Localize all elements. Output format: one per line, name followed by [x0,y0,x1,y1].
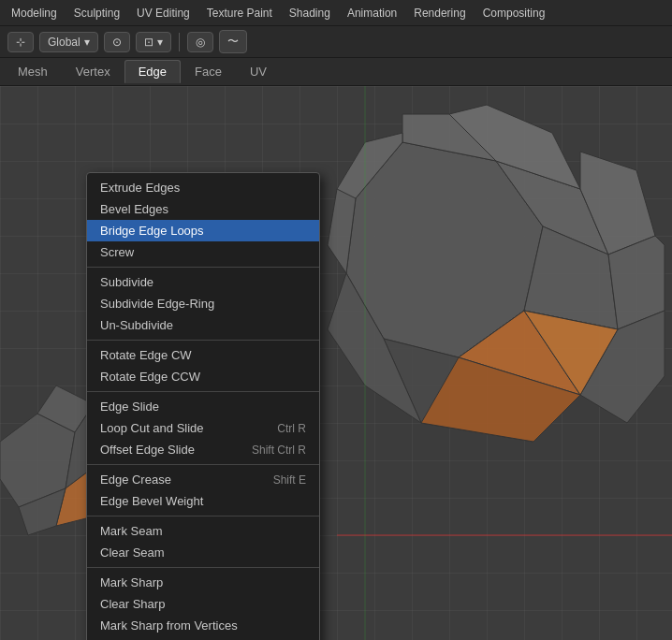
menu-separator-11 [87,464,319,465]
menu-separator-8 [87,391,319,392]
global-label: Global [48,36,80,49]
menu-item-11[interactable]: Offset Edge SlideShift Ctrl R [87,439,319,460]
menu-item-label-11: Offset Edge Slide [100,443,195,457]
proportional-btn[interactable]: ◎ [187,32,213,52]
wave-icon: 〜 [227,34,239,50]
menu-item-17[interactable]: Clear Sharp [87,593,319,615]
topbar-item-shading[interactable]: Shading [282,5,338,22]
topbar-item-uv-editing[interactable]: UV Editing [129,5,197,22]
topbar-item-rendering[interactable]: Rendering [406,5,473,22]
menu-item-12[interactable]: Edge CreaseShift E [87,469,319,490]
menu-item-label-8: Rotate Edge CCW [100,370,200,384]
proportional-type-btn[interactable]: 〜 [219,30,247,53]
transform-icon: ⊹ [16,36,25,49]
menu-item-14[interactable]: Mark Seam [87,520,319,542]
menu-item-13[interactable]: Edge Bevel Weight [87,490,319,512]
proportional-icon: ◎ [196,36,205,49]
menu-separator-13 [87,516,319,516]
menu-separator-15 [87,567,319,568]
menu-item-label-0: Extrude Edges [100,181,180,195]
menu-item-4[interactable]: Subdivide [87,271,319,293]
menu-item-label-3: Screw [100,245,134,259]
topbar-item-compositing[interactable]: Compositing [475,5,553,22]
viewport[interactable]: Extrude EdgesBevel EdgesBridge Edge Loop… [0,86,672,640]
tab-vertex[interactable]: Vertex [62,60,124,83]
pivot-btn[interactable]: ⊙ [104,32,130,52]
menu-separator-6 [87,340,319,341]
menu-item-label-10: Loop Cut and Slide [100,421,204,435]
topbar-item-texture-paint[interactable]: Texture Paint [199,5,280,22]
topbar-item-sculpting[interactable]: Sculpting [66,5,127,22]
menu-item-15[interactable]: Clear Seam [87,542,319,563]
tab-mesh[interactable]: Mesh [4,60,62,83]
menu-item-label-17: Clear Sharp [100,597,165,611]
topbar-item-modeling[interactable]: Modeling [4,5,65,22]
menu-item-label-18: Mark Sharp from Vertices [100,618,238,633]
menu-item-label-16: Mark Sharp [100,575,163,589]
toolbar-row: ⊹ Global ▾ ⊙ ⊡ ▾ ◎ 〜 [0,26,672,58]
menu-item-1[interactable]: Bevel Edges [87,198,319,220]
menu-item-7[interactable]: Rotate Edge CW [87,344,319,366]
menu-item-label-1: Bevel Edges [100,202,168,216]
toolbar-separator-1 [179,33,180,51]
menu-item-label-4: Subdivide [100,275,153,289]
tab-face[interactable]: Face [181,60,236,83]
snap-btn[interactable]: ⊡ ▾ [136,32,171,52]
transform-icon-btn[interactable]: ⊹ [7,32,34,52]
menu-item-0[interactable]: Extrude Edges [87,177,319,198]
menu-item-label-14: Mark Seam [100,524,162,538]
menu-item-5[interactable]: Subdivide Edge-Ring [87,293,319,314]
menu-item-6[interactable]: Un-Subdivide [87,314,319,336]
menu-item-18[interactable]: Mark Sharp from Vertices [87,615,319,636]
menu-item-10[interactable]: Loop Cut and SlideCtrl R [87,417,319,439]
menu-item-shortcut-10: Ctrl R [277,422,306,435]
menu-separator-3 [87,267,319,268]
snap-icon: ⊡ [144,36,153,49]
menu-item-label-15: Clear Seam [100,545,165,560]
top-menubar: Modeling Sculpting UV Editing Texture Pa… [0,0,672,26]
tab-uv[interactable]: UV [236,60,281,83]
menu-item-16[interactable]: Mark Sharp [87,572,319,593]
menu-item-9[interactable]: Edge Slide [87,396,319,417]
global-dropdown[interactable]: Global ▾ [39,32,98,52]
menu-item-8[interactable]: Rotate Edge CCW [87,366,319,387]
menu-item-label-7: Rotate Edge CW [100,348,192,362]
menu-item-2[interactable]: Bridge Edge Loops [87,220,319,241]
menu-item-label-13: Edge Bevel Weight [100,494,203,508]
menu-item-shortcut-11: Shift Ctrl R [252,444,306,457]
menu-item-shortcut-12: Shift E [273,473,306,487]
menu-item-3[interactable]: Screw [87,241,319,263]
topbar-item-animation[interactable]: Animation [340,5,404,22]
mode-tabs: Mesh Vertex Edge Face UV [0,58,672,86]
menu-item-19[interactable]: Clear Sharp from Vertices [87,636,319,640]
dropdown-arrow-icon: ▾ [84,36,90,49]
dropdown-menu: Extrude EdgesBevel EdgesBridge Edge Loop… [86,172,320,640]
tab-edge[interactable]: Edge [124,60,181,83]
menu-item-label-5: Subdivide Edge-Ring [100,297,214,311]
pivot-icon: ⊙ [112,36,122,49]
snap-dropdown-arrow-icon: ▾ [157,36,163,49]
menu-item-label-2: Bridge Edge Loops [100,224,204,238]
menu-item-label-12: Edge Crease [100,473,171,487]
menu-item-label-6: Un-Subdivide [100,318,173,332]
menu-item-label-9: Edge Slide [100,400,159,414]
